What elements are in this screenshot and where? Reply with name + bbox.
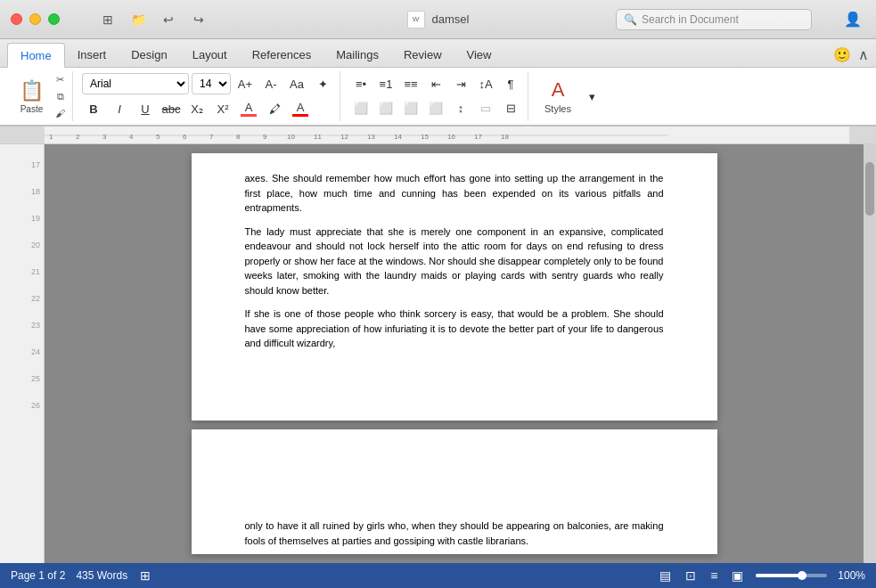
sort-button[interactable]: ↕A xyxy=(474,74,497,95)
document-title: damsel xyxy=(432,12,470,26)
shading-button[interactable]: ▭ xyxy=(474,98,497,119)
highlight-icon: 🖍 xyxy=(269,102,281,116)
redo-icon[interactable]: ↪ xyxy=(186,7,211,32)
text-color-indicator xyxy=(292,114,308,117)
underline-button[interactable]: U xyxy=(134,98,157,119)
superscript-button[interactable]: X² xyxy=(211,98,234,119)
outline-view-icon[interactable]: ≡ xyxy=(708,568,719,583)
svg-text:5: 5 xyxy=(156,133,160,141)
tab-references[interactable]: References xyxy=(240,42,323,67)
status-left: Page 1 of 2 435 Words ⊞ xyxy=(11,568,152,583)
maximize-button[interactable] xyxy=(48,13,60,25)
styles-dropdown-icon[interactable]: ▾ xyxy=(581,86,604,107)
cut-icon[interactable]: ✂ xyxy=(53,72,67,87)
svg-text:15: 15 xyxy=(421,133,429,141)
clipboard-group: 📋 Paste ✂ ⧉ 🖌 xyxy=(7,71,73,121)
tab-review[interactable]: Review xyxy=(391,42,454,67)
zoom-slider-fill xyxy=(756,574,798,577)
bold-button[interactable]: B xyxy=(82,98,105,119)
user-icon[interactable]: 👤 xyxy=(840,7,865,32)
line-num-20: 20 xyxy=(31,232,40,258)
collapse-ribbon-icon[interactable]: ∧ xyxy=(858,46,869,63)
line-num-24: 24 xyxy=(31,339,40,365)
focus-view-icon[interactable]: ▣ xyxy=(730,568,745,583)
zoom-slider[interactable] xyxy=(756,574,827,577)
justify-button[interactable]: ⬜ xyxy=(424,98,447,119)
document-scroll-area[interactable]: axes. She should remember how much effor… xyxy=(45,144,864,563)
line-spacing-button[interactable]: ↕ xyxy=(449,98,472,119)
text-color-button[interactable]: A xyxy=(289,98,312,119)
ribbon-toolbar: 📋 Paste ✂ ⧉ 🖌 Arial Times New Roman Cali… xyxy=(0,68,876,127)
vertical-scrollbar[interactable] xyxy=(864,144,876,563)
multilevel-list-button[interactable]: ≡≡ xyxy=(399,74,422,95)
numbering-button[interactable]: ≡1 xyxy=(374,74,397,95)
layout-view-icon[interactable]: ▤ xyxy=(658,568,673,583)
word-count-icon[interactable]: ⊞ xyxy=(138,568,152,583)
change-case-icon[interactable]: Aa xyxy=(285,73,308,94)
ruler: 1 2 3 4 5 6 7 8 9 10 11 12 13 14 15 16 1… xyxy=(0,127,876,144)
word-count: 435 Words xyxy=(76,569,127,582)
tab-mailings[interactable]: Mailings xyxy=(323,42,391,67)
font-size-select[interactable]: 14 10 12 16 18 xyxy=(192,73,231,94)
paragraph-1: axes. She should remember how much effor… xyxy=(245,171,664,216)
highlight-button[interactable]: 🖍 xyxy=(263,98,286,119)
svg-text:18: 18 xyxy=(501,133,509,141)
paragraph-group: ≡• ≡1 ≡≡ ⇤ ⇥ ↕A ¶ ⬜ ⬜ ⬜ ⬜ ↕ ▭ ⊟ xyxy=(344,71,528,121)
line-num-18: 18 xyxy=(31,178,40,205)
decrease-indent-button[interactable]: ⇤ xyxy=(424,74,447,95)
page-1: axes. She should remember how much effor… xyxy=(192,153,717,421)
increase-font-icon[interactable]: A+ xyxy=(233,73,257,94)
bullets-button[interactable]: ≡• xyxy=(349,74,373,95)
decrease-font-icon[interactable]: A- xyxy=(259,73,282,94)
zoom-slider-knob[interactable] xyxy=(798,571,806,580)
line-num-22: 22 xyxy=(31,285,40,312)
tab-layout[interactable]: Layout xyxy=(180,42,240,67)
smiley-icon[interactable]: 🙂 xyxy=(833,46,851,63)
zoom-percent: 100% xyxy=(838,569,865,582)
minimize-button[interactable] xyxy=(29,13,41,25)
document-area: 17 18 19 20 21 22 23 24 25 26 axes. She … xyxy=(0,144,876,563)
tab-home[interactable]: Home xyxy=(7,43,65,68)
undo-icon[interactable]: ↩ xyxy=(156,7,181,32)
svg-text:6: 6 xyxy=(183,133,187,141)
zoom-control[interactable] xyxy=(756,574,827,577)
styles-label: Styles xyxy=(544,103,571,114)
print-icon[interactable]: ⊞ xyxy=(95,7,120,32)
svg-text:16: 16 xyxy=(447,133,455,141)
font-family-select[interactable]: Arial Times New Roman Calibri xyxy=(82,73,189,94)
clear-format-icon[interactable]: ✦ xyxy=(311,73,334,94)
strikethrough-button[interactable]: abc xyxy=(160,98,183,119)
subscript-button[interactable]: X₂ xyxy=(185,98,209,119)
font-color-indicator xyxy=(241,114,257,117)
status-bar: Page 1 of 2 435 Words ⊞ ▤ ⊡ ≡ ▣ 100% xyxy=(0,563,876,588)
close-button[interactable] xyxy=(11,13,22,25)
web-view-icon[interactable]: ⊡ xyxy=(684,568,698,583)
paste-icon: 📋 xyxy=(20,79,44,102)
increase-indent-button[interactable]: ⇥ xyxy=(449,74,472,95)
svg-text:13: 13 xyxy=(367,133,375,141)
format-brush-icon[interactable]: 🖌 xyxy=(53,106,67,120)
scrollbar-thumb[interactable] xyxy=(865,162,874,216)
align-right-button[interactable]: ⬜ xyxy=(399,98,422,119)
styles-icon: A xyxy=(552,78,565,102)
font-controls: Arial Times New Roman Calibri 14 10 12 1… xyxy=(82,73,334,119)
copy-icon[interactable]: ⧉ xyxy=(53,89,67,104)
styles-button[interactable]: A Styles xyxy=(537,75,578,118)
text-color-icon: A xyxy=(297,101,305,114)
tab-insert[interactable]: Insert xyxy=(65,42,119,67)
line-num-21: 21 xyxy=(31,258,40,285)
tab-view[interactable]: View xyxy=(454,42,504,67)
search-bar[interactable]: 🔍 Search in Document xyxy=(616,9,812,30)
svg-text:1: 1 xyxy=(49,133,53,141)
paste-button[interactable]: 📋 Paste xyxy=(12,76,51,118)
traffic-lights xyxy=(11,13,60,25)
ruler-left-margin xyxy=(0,127,45,143)
italic-button[interactable]: I xyxy=(108,98,131,119)
align-center-button[interactable]: ⬜ xyxy=(374,98,397,119)
borders-button[interactable]: ⊟ xyxy=(499,98,522,119)
folder-icon[interactable]: 📁 xyxy=(126,7,151,32)
font-color-button[interactable]: A xyxy=(237,98,260,119)
tab-design[interactable]: Design xyxy=(119,42,179,67)
align-left-button[interactable]: ⬜ xyxy=(349,98,373,119)
show-formatting-button[interactable]: ¶ xyxy=(499,74,522,95)
